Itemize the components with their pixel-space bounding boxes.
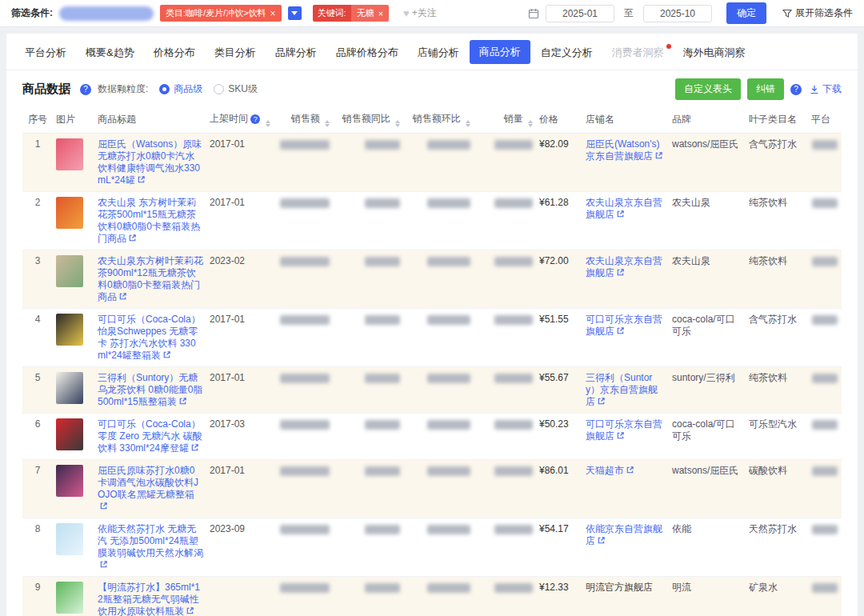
redacted-volume-value xyxy=(494,315,533,325)
keyword-filter-tag[interactable]: 关键词: 无糖 × xyxy=(313,5,390,22)
leaf-category: 纯茶饮料 xyxy=(749,197,787,208)
tab-brand-analysis[interactable]: 品牌分析 xyxy=(266,41,326,70)
date-start-input[interactable]: 2025-01 xyxy=(546,5,614,22)
redacted-filter-value[interactable] xyxy=(59,6,154,21)
sort-icon[interactable] xyxy=(395,120,400,127)
external-link-icon xyxy=(616,268,625,277)
external-link-icon xyxy=(99,560,108,569)
error-correction-button[interactable]: 纠错 xyxy=(747,78,784,100)
sort-icon[interactable] xyxy=(266,120,270,127)
close-icon[interactable]: × xyxy=(270,9,276,18)
sort-icon[interactable] xyxy=(325,120,330,127)
product-image[interactable] xyxy=(56,138,83,170)
tab-store-analysis[interactable]: 店铺分析 xyxy=(409,41,468,70)
product-title-link[interactable]: 屈臣氏（Watsons）原味无糖苏打水0糖0卡汽水饮料健康特调气泡水330mL*… xyxy=(98,138,202,186)
product-image[interactable] xyxy=(56,372,83,404)
product-title-link[interactable]: 农夫山泉 东方树叶茉莉花茶500ml*15瓶无糖茶饮料0糖0脂0卡整箱装热门商品 xyxy=(98,197,200,244)
redacted-volume-value xyxy=(494,374,533,383)
col-launch-date[interactable]: 上架时间 ? xyxy=(206,106,264,134)
product-title-link[interactable]: 屈臣氏原味苏打水0糖0卡调酒气泡水碳酸饮料JOJO联名黑罐无糖整箱 xyxy=(98,465,198,512)
date-end-input[interactable]: 2025-10 xyxy=(643,5,712,22)
brand: 依能 xyxy=(672,523,691,534)
sort-icon[interactable] xyxy=(528,120,533,127)
product-image[interactable] xyxy=(56,418,83,450)
help-icon[interactable]: ? xyxy=(790,84,802,95)
store-link[interactable]: 天猫超市 xyxy=(586,465,634,476)
col-sales[interactable]: 销售额 xyxy=(264,106,333,134)
redacted-platform-value xyxy=(812,315,838,325)
custom-header-button[interactable]: 自定义表头 xyxy=(675,78,741,100)
store-link[interactable]: 农夫山泉京东自营旗舰店 xyxy=(586,255,662,278)
price: ¥86.01 xyxy=(539,465,569,476)
external-link-icon xyxy=(597,397,606,406)
tab-price-distribution[interactable]: 价格分布 xyxy=(145,41,204,70)
tab-brand-price-distribution[interactable]: 品牌价格分布 xyxy=(327,41,407,70)
tab-platform-analysis[interactable]: 平台分析 xyxy=(16,41,75,70)
row-index: 8 xyxy=(35,523,41,534)
redacted-volume-value xyxy=(494,257,533,266)
funnel-icon xyxy=(782,9,792,18)
redacted-mom-value xyxy=(427,198,470,208)
product-title-link[interactable]: 【明流苏打水】365ml*12瓶整箱无糖无气弱碱性饮用水原味饮料瓶装 xyxy=(98,582,200,616)
col-volume[interactable]: 销量 xyxy=(474,106,536,134)
external-link-icon xyxy=(654,151,663,160)
redacted-mom-value xyxy=(427,315,470,325)
store-link[interactable]: 可口可乐京东自营旗舰店 xyxy=(586,314,662,337)
launch-date: 2017-01 xyxy=(210,465,245,476)
table-row: 6 可口可乐（Coca-Cola）零度 Zero 无糖汽水 碳酸饮料 330ml… xyxy=(22,414,842,460)
product-image[interactable] xyxy=(56,523,83,555)
store-link[interactable]: 依能京东自营旗舰店 xyxy=(586,523,662,546)
external-link-icon xyxy=(99,502,108,510)
row-index: 3 xyxy=(35,255,41,266)
product-title-link[interactable]: 农夫山泉东方树叶茉莉花茶900ml*12瓶无糖茶饮料0糖0脂0卡整箱装热门商品 xyxy=(98,255,203,302)
launch-date: 2023-02 xyxy=(210,255,245,266)
close-icon[interactable]: × xyxy=(378,9,383,18)
expand-filters-button[interactable]: 展开筛选条件 xyxy=(782,6,853,20)
redacted-sales-value xyxy=(280,257,330,266)
new-badge-dot xyxy=(666,44,671,49)
radio-product-level[interactable]: 商品级 xyxy=(159,82,202,96)
tab-overseas-ecommerce-insights[interactable]: 海外电商洞察 xyxy=(674,41,754,70)
product-image[interactable] xyxy=(56,582,83,614)
tab-custom-analysis[interactable]: 自定义分析 xyxy=(532,41,602,70)
follow-button[interactable]: ♥ +关注 xyxy=(403,6,437,20)
tab-overview-trends[interactable]: 概要&趋势 xyxy=(77,41,143,70)
download-button[interactable]: 下载 xyxy=(810,82,842,96)
tab-consumer-insights[interactable]: 消费者洞察 xyxy=(603,41,673,70)
row-index: 2 xyxy=(35,197,41,208)
row-index: 9 xyxy=(35,582,41,593)
redacted-platform-value xyxy=(812,257,838,266)
price: ¥51.55 xyxy=(539,314,569,325)
brand: suntory/三得利 xyxy=(672,372,735,383)
category-filter-tag[interactable]: 类目:咖啡/麦片/冲饮>饮料 × xyxy=(160,5,282,22)
product-title-link[interactable]: 可口可乐（Coca-Cola）零度 Zero 无糖汽水 碳酸饮料 330ml*2… xyxy=(98,418,202,454)
category-dropdown-toggle[interactable] xyxy=(288,6,302,20)
tab-category-analysis[interactable]: 类目分析 xyxy=(206,41,265,70)
redacted-platform-value xyxy=(812,374,838,383)
product-title-link[interactable]: 依能天然苏打水 无糖无汽 无添加500ml*24瓶塑膜装弱碱饮用天然水解渴 xyxy=(98,523,203,570)
product-title-link[interactable]: 可口可乐（Coca-Cola）怡泉Schweppes 无糖零卡 苏打水汽水饮料 … xyxy=(98,314,201,361)
sort-icon[interactable] xyxy=(466,120,470,127)
store-link[interactable]: 可口可乐京东自营旗舰店 xyxy=(586,418,662,442)
keyword-value: 无糖 xyxy=(357,7,374,19)
tab-product-analysis[interactable]: 商品分析 xyxy=(470,40,530,64)
store-link[interactable]: 农夫山泉京东自营旗舰店 xyxy=(586,197,662,220)
store-link[interactable]: 三得利（Suntory）京东自营旗舰店 xyxy=(586,372,658,407)
external-link-icon xyxy=(178,397,187,406)
radio-sku-level[interactable]: SKU级 xyxy=(214,82,258,96)
redacted-mom-value xyxy=(427,420,470,430)
redacted-mom-value xyxy=(427,583,470,593)
help-icon[interactable]: ? xyxy=(80,84,91,95)
product-image[interactable] xyxy=(56,197,83,229)
confirm-button[interactable]: 确定 xyxy=(726,2,766,24)
product-image[interactable] xyxy=(56,314,83,346)
col-sales-yoy[interactable]: 销售额同比 xyxy=(333,106,403,134)
external-link-icon xyxy=(616,431,625,440)
redacted-sales-value xyxy=(280,466,330,476)
help-icon[interactable]: ? xyxy=(250,114,260,124)
product-title-link[interactable]: 三得利（Suntory）无糖乌龙茶饮料 0糖0能量0脂 500ml*15瓶整箱装 xyxy=(98,372,202,407)
store-link[interactable]: 屈臣氏(Watson's)京东自营旗舰店 xyxy=(586,138,663,162)
col-sales-mom[interactable]: 销售额环比 xyxy=(403,106,474,134)
product-image[interactable] xyxy=(56,255,83,287)
product-image[interactable] xyxy=(56,465,83,497)
